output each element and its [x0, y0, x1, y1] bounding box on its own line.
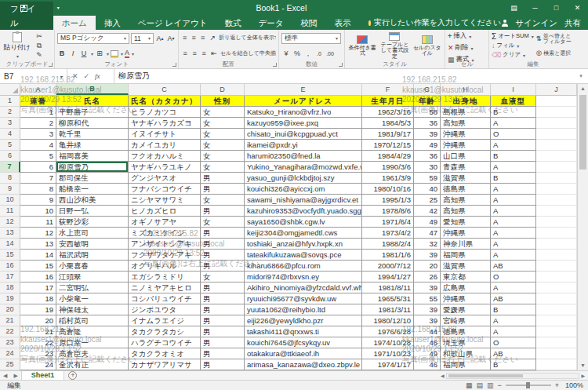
cancel-entry-icon[interactable]: ✕	[72, 72, 78, 80]
scroll-up-icon[interactable]: ▲	[580, 84, 586, 93]
cell-G20[interactable]: 39	[414, 304, 441, 315]
comma-format-icon[interactable]: ,	[303, 49, 313, 58]
cell-B16[interactable]: 小栗喜春	[56, 261, 129, 272]
cell-G3[interactable]: 36	[414, 118, 441, 129]
cell-D25[interactable]: 男	[201, 359, 245, 370]
row-header-23[interactable]: 23	[0, 337, 20, 348]
cell-I24[interactable]: AB	[491, 348, 536, 359]
row-header-17[interactable]: 17	[0, 272, 20, 282]
ribbon-tab-5[interactable]: 校閲	[292, 16, 325, 30]
column-header-E[interactable]: E	[245, 84, 362, 95]
cell-E22[interactable]: takashi411@qrxxws.ti	[245, 326, 362, 337]
cell-D23[interactable]: 男	[201, 337, 245, 348]
cell-I3[interactable]: A	[491, 118, 536, 129]
cell-B9[interactable]: 船橋幸一	[56, 184, 129, 195]
cell-E19[interactable]: ryuuichi95677@syvkdw.uw	[245, 293, 362, 304]
cell-B15[interactable]: 福沢武明	[56, 250, 129, 261]
cell-J2[interactable]	[536, 107, 577, 118]
cell-A22[interactable]: 21	[20, 326, 56, 337]
cell-E25[interactable]: arimasa_kanazawa@dxeo.zbpv.le	[245, 359, 362, 370]
cell-D11[interactable]: 男	[201, 206, 245, 217]
cell-E14[interactable]: toshiaki_anzai@hfyv.hxpk.xn	[245, 239, 362, 250]
percent-format-icon[interactable]: %	[292, 49, 302, 58]
cell-E3[interactable]: kazuyo959@ixee.pxq	[245, 118, 362, 129]
cell-H21[interactable]: 宮崎県	[441, 315, 491, 326]
cell-B25[interactable]: 金沢有正	[56, 359, 129, 370]
cell-F14[interactable]: 1988/2/4	[362, 239, 414, 250]
row-header-6[interactable]: 6	[0, 151, 20, 162]
cell-J16[interactable]	[536, 261, 577, 272]
cell-B3[interactable]: 柳原和代	[56, 118, 129, 129]
cell-E24[interactable]: otakakura@ttkiaeof.ih	[245, 348, 362, 359]
cell-C11[interactable]: ヒノカズヒロ	[129, 206, 201, 217]
cell-H4[interactable]: 沖縄県	[441, 129, 491, 140]
cell-E7[interactable]: Yukino_Yanagihara@mozwd.vxfe.wpz	[245, 162, 362, 173]
cell-C17[interactable]: エガシラミドリ	[129, 272, 201, 282]
cell-B2[interactable]: 平野勝子	[56, 107, 129, 118]
cell-C16[interactable]: オグリキハル	[129, 261, 201, 272]
vertical-scroll-track[interactable]	[578, 93, 588, 361]
cell-C22[interactable]: タカクラタカシ	[129, 326, 201, 337]
column-header-A[interactable]: A	[20, 84, 56, 95]
scroll-down-icon[interactable]: ▼	[580, 361, 586, 370]
cell-J19[interactable]	[536, 293, 577, 304]
row-header-24[interactable]: 24	[0, 348, 20, 359]
cell-E4[interactable]: chisato_inui@kcpgpuad.yct	[245, 129, 362, 140]
cell-H2[interactable]: 島根県	[441, 107, 491, 118]
cell-B11[interactable]: 日野一弘	[56, 206, 129, 217]
cell-J9[interactable]	[536, 184, 577, 195]
cell-F1[interactable]: 生年月日	[362, 96, 414, 107]
grow-font-icon[interactable]: A▴	[155, 34, 165, 43]
cell-G16[interactable]: 20	[414, 261, 441, 272]
cell-J10[interactable]	[536, 195, 577, 206]
cell-G24[interactable]: 49	[414, 348, 441, 359]
cell-A6[interactable]: 5	[20, 151, 56, 162]
cell-I2[interactable]: B	[491, 107, 536, 118]
cell-A12[interactable]: 11	[20, 217, 56, 228]
zoom-level[interactable]: 100%	[563, 381, 583, 389]
row-header-8[interactable]: 8	[0, 173, 20, 184]
cell-I8[interactable]: B	[491, 173, 536, 184]
row-header-11[interactable]: 11	[0, 206, 20, 217]
cell-G18[interactable]: 39	[414, 282, 441, 293]
cell-A15[interactable]: 14	[20, 250, 56, 261]
cell-J23[interactable]	[536, 337, 577, 348]
row-header-12[interactable]: 12	[0, 217, 20, 228]
row-header-22[interactable]: 22	[0, 326, 20, 337]
cell-J1[interactable]	[536, 96, 577, 107]
cell-G14[interactable]: 32	[414, 239, 441, 250]
cell-A23[interactable]: 22	[20, 337, 56, 348]
cell-H22[interactable]: 徳島県	[441, 326, 491, 337]
zoom-out-icon[interactable]: −	[497, 381, 501, 389]
horizontal-scrollbar[interactable]: ◀ ▶	[439, 373, 588, 379]
cell-D18[interactable]: 男	[201, 282, 245, 293]
cell-E13[interactable]: keiji2304@omgjamedtl.cws	[245, 228, 362, 239]
cell-F13[interactable]: 1973/4/2	[362, 228, 414, 239]
cell-I16[interactable]: AB	[491, 261, 536, 272]
cell-A4[interactable]: 3	[20, 129, 56, 140]
cell-G21[interactable]: 39	[414, 315, 441, 326]
cell-C23[interactable]: ハラグチコウイチ	[129, 337, 201, 348]
zoom-slider-thumb[interactable]	[526, 382, 530, 388]
cell-C14[interactable]: アンザイトシアキ	[129, 239, 201, 250]
italic-icon[interactable]: I	[68, 49, 78, 58]
cell-F21[interactable]: 1980/12/10	[362, 315, 414, 326]
cell-E16[interactable]: kiharu6866@pfcu.rom	[245, 261, 362, 272]
cell-G11[interactable]: 42	[414, 206, 441, 217]
cell-A2[interactable]: 1	[20, 107, 56, 118]
ribbon-tab-2[interactable]: ページ レイアウト	[129, 16, 216, 30]
align-right-icon[interactable]: ≡	[200, 49, 208, 57]
align-center-icon[interactable]: ≡	[191, 49, 198, 57]
cell-F12[interactable]: 1971/6/4	[362, 217, 414, 228]
name-box-dropdown-icon[interactable]: ▾	[60, 74, 63, 79]
cell-D16[interactable]: 男	[201, 261, 245, 272]
cell-G25[interactable]: 46	[414, 359, 441, 370]
cell-J4[interactable]	[536, 129, 577, 140]
cell-F5[interactable]: 1970/12/15	[362, 140, 414, 151]
row-header-1[interactable]: 1	[0, 96, 20, 107]
row-header-5[interactable]: 5	[0, 140, 20, 151]
cell-A13[interactable]: 12	[20, 228, 56, 239]
cell-G15[interactable]: 39	[414, 250, 441, 261]
cell-G8[interactable]: 59	[414, 173, 441, 184]
ribbon-tab-0[interactable]: ホーム	[53, 16, 96, 30]
